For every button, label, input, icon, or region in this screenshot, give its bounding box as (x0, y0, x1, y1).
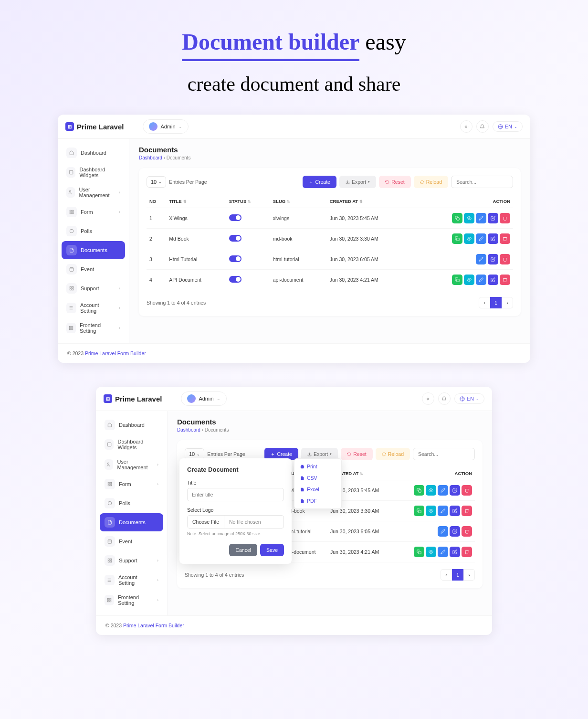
sidebar-item-account-setting[interactable]: Account Setting › (100, 571, 163, 590)
page-1[interactable]: 1 (490, 297, 502, 308)
delete-button[interactable] (462, 547, 472, 557)
sidebar-item-dashboard[interactable]: Dashboard (62, 144, 125, 162)
page-next[interactable]: › (502, 297, 513, 308)
page-prev[interactable]: ‹ (479, 297, 490, 308)
breadcrumb-root[interactable]: Dashboard (139, 155, 162, 160)
copy-button[interactable] (414, 506, 424, 516)
edit2-button[interactable] (450, 506, 460, 516)
page-next[interactable]: › (463, 569, 475, 581)
delete-button[interactable] (500, 254, 510, 264)
sidebar-item-user-management[interactable]: User Management › (62, 183, 125, 202)
status-toggle[interactable] (229, 276, 242, 283)
view-button[interactable] (464, 233, 474, 244)
copy-button[interactable] (414, 547, 424, 557)
copy-button[interactable] (452, 233, 462, 244)
edit2-button[interactable] (450, 485, 460, 496)
footer-link[interactable]: Prime Laravel Form Builder (85, 350, 146, 356)
export-excel[interactable]: Excel (294, 484, 341, 495)
edit-button[interactable] (476, 233, 486, 244)
language-select[interactable]: EN⌄ (454, 393, 484, 404)
create-button[interactable]: Create (303, 176, 336, 188)
delete-button[interactable] (500, 233, 510, 244)
cancel-button[interactable]: Cancel (229, 544, 257, 556)
user-menu[interactable]: Admin ⌄ (143, 119, 188, 134)
notifications-button[interactable] (476, 120, 489, 133)
export-print[interactable]: Print (294, 461, 341, 472)
sidebar-item-event[interactable]: Event (100, 532, 163, 550)
save-button[interactable]: Save (260, 544, 284, 556)
theme-toggle[interactable] (460, 120, 472, 133)
copy-button[interactable] (452, 275, 462, 285)
title-input[interactable] (187, 488, 284, 501)
copy-button[interactable] (452, 213, 462, 223)
edit-button[interactable] (438, 526, 448, 537)
edit-button[interactable] (438, 506, 448, 516)
view-button[interactable] (426, 485, 436, 496)
notifications-button[interactable] (438, 392, 451, 405)
sidebar-item-form[interactable]: Form › (62, 203, 125, 221)
sidebar-item-support[interactable]: Support › (62, 279, 125, 297)
page-size-select[interactable]: 10 ⌄ (147, 176, 166, 188)
edit-button[interactable] (438, 547, 448, 557)
sidebar-item-documents[interactable]: Documents (100, 513, 163, 531)
page-prev[interactable]: ‹ (441, 569, 452, 581)
view-button[interactable] (464, 213, 474, 223)
delete-button[interactable] (500, 275, 510, 285)
export-csv[interactable]: CSV (294, 472, 341, 484)
sidebar-item-user-management[interactable]: User Management › (100, 455, 163, 474)
sidebar-item-frontend-setting[interactable]: Frontend Setting › (62, 318, 125, 338)
export-button[interactable]: Export ▾ (339, 176, 376, 188)
edit2-button[interactable] (450, 547, 460, 557)
language-select[interactable]: EN⌄ (493, 121, 523, 132)
delete-button[interactable] (462, 485, 472, 496)
logo[interactable]: ⊞ Prime Laravel (104, 394, 162, 403)
footer-link[interactable]: Prime Laravel Form Builder (123, 623, 184, 628)
col-status[interactable]: STATUS (226, 195, 270, 208)
col-no[interactable]: NO (147, 195, 166, 208)
sidebar-item-documents[interactable]: Documents (62, 241, 125, 259)
sidebar-item-dashboard-widgets[interactable]: Dashboard Widgets (62, 163, 125, 182)
logo[interactable]: ⊞ Prime Laravel (65, 122, 124, 131)
page-1[interactable]: 1 (452, 569, 463, 581)
sidebar-item-form[interactable]: Form › (100, 475, 163, 493)
reset-button[interactable]: Reset (341, 448, 372, 460)
edit2-button[interactable] (488, 233, 498, 244)
view-button[interactable] (464, 275, 474, 285)
export-pdf[interactable]: PDF (294, 495, 341, 507)
reload-button[interactable]: Reload (376, 448, 410, 460)
copy-button[interactable] (414, 485, 424, 496)
view-button[interactable] (426, 547, 436, 557)
sidebar-item-frontend-setting[interactable]: Frontend Setting › (100, 591, 163, 610)
edit-button[interactable] (438, 485, 448, 496)
col-slug[interactable]: SLUG (270, 195, 327, 208)
delete-button[interactable] (462, 506, 472, 516)
status-toggle[interactable] (229, 235, 242, 242)
reset-button[interactable]: Reset (379, 176, 410, 188)
edit2-button[interactable] (488, 213, 498, 223)
user-menu[interactable]: Admin ⌄ (181, 391, 226, 406)
theme-toggle[interactable] (422, 392, 434, 405)
col-created[interactable]: CREATED AT (327, 195, 413, 208)
reload-button[interactable]: Reload (414, 176, 448, 188)
edit-button[interactable] (476, 254, 486, 264)
search-input[interactable] (413, 448, 475, 460)
sidebar-item-support[interactable]: Support › (100, 551, 163, 570)
delete-button[interactable] (500, 213, 510, 223)
edit2-button[interactable] (488, 275, 498, 285)
view-button[interactable] (426, 506, 436, 516)
edit2-button[interactable] (488, 254, 498, 264)
choose-file-button[interactable]: Choose File (188, 516, 224, 528)
sidebar-item-event[interactable]: Event (62, 260, 125, 278)
search-input[interactable] (451, 176, 513, 188)
sidebar-item-account-setting[interactable]: Account Setting › (62, 298, 125, 317)
breadcrumb-root[interactable]: Dashboard (177, 427, 200, 433)
edit-button[interactable] (476, 213, 486, 223)
edit2-button[interactable] (450, 526, 460, 537)
status-toggle[interactable] (229, 255, 242, 262)
file-input[interactable]: Choose File No file chosen (187, 515, 284, 529)
delete-button[interactable] (462, 526, 472, 537)
sidebar-item-dashboard[interactable]: Dashboard (100, 416, 163, 434)
edit-button[interactable] (476, 275, 486, 285)
sidebar-item-polls[interactable]: Polls (100, 494, 163, 512)
col-title[interactable]: TITLE (166, 195, 226, 208)
